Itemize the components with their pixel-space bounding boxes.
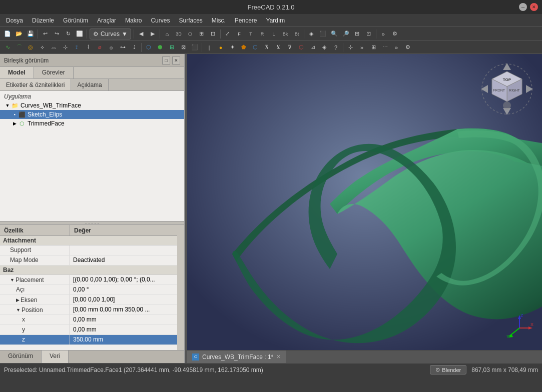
snap-toggle[interactable]: ⋯ xyxy=(379,42,390,53)
menu-pencere[interactable]: Pencere xyxy=(231,16,261,25)
curve-tool-30[interactable]: ⊹ xyxy=(345,42,356,53)
viewport-tab-trimface[interactable]: C Curves_WB_TrimFace : 1* ✕ xyxy=(187,350,286,363)
redo-button[interactable]: ↪ xyxy=(51,28,62,40)
curve-tool-more[interactable]: » xyxy=(356,42,367,53)
props-labels-btn[interactable]: Etiketler & öznitelikleri xyxy=(0,79,71,90)
open-button[interactable]: 📂 xyxy=(14,28,25,40)
curve-tool-19[interactable]: ● xyxy=(215,42,226,53)
curve-tool-7[interactable]: ⟟ xyxy=(71,42,82,53)
view-back[interactable]: Bk xyxy=(280,28,291,40)
prop-placement[interactable]: ▼ Placement [(0,00 0,00 1,00); 0,00 °; (… xyxy=(0,275,184,285)
zoom-in[interactable]: 🔍 xyxy=(329,28,340,40)
curve-tool-25[interactable]: ⊽ xyxy=(284,42,295,53)
resize-handle[interactable]: - - - - - xyxy=(0,221,184,225)
curve-tool-29[interactable]: ? xyxy=(330,42,341,53)
tree-sketch-elips[interactable]: ▪ ⬛ Sketch_Elips xyxy=(0,110,184,119)
curve-tool-11[interactable]: ⊶ xyxy=(117,42,128,53)
nav-back[interactable]: ◀ xyxy=(136,28,147,40)
nav-forward[interactable]: ▶ xyxy=(147,28,158,40)
curve-tool-14[interactable]: ⬢ xyxy=(155,42,166,53)
view-fit[interactable]: ⤢ xyxy=(222,28,233,40)
curve-tool-15[interactable]: ⊞ xyxy=(166,42,177,53)
zoom-out[interactable]: 🔎 xyxy=(340,28,351,40)
prop-y[interactable]: y 0,00 mm xyxy=(0,325,184,335)
prop-mapmode[interactable]: Map Mode Deactivated xyxy=(0,256,184,266)
panel-close-button[interactable]: ✕ xyxy=(172,56,180,64)
tree-area[interactable]: Uygulama ▼ 📁 Curves_WB_TrimFace ▪ ⬛ Sket… xyxy=(0,91,184,221)
curve-tool-9[interactable]: ⌀ xyxy=(94,42,105,53)
save-button[interactable]: 💾 xyxy=(25,28,36,40)
curve-tool-23[interactable]: ⊼ xyxy=(261,42,272,53)
menu-dosya[interactable]: Dosya xyxy=(2,16,27,25)
prop-position[interactable]: ▼ Position [0,00 mm 0,00 mm 350,00 ... xyxy=(0,305,184,315)
prop-x[interactable]: x 0,00 mm xyxy=(0,315,184,325)
minimize-button[interactable]: ─ xyxy=(519,3,527,11)
curve-tool-13[interactable]: ⬡ xyxy=(143,42,154,53)
more-tools[interactable]: » xyxy=(378,28,389,40)
curve-tool-3[interactable]: ◎ xyxy=(25,42,36,53)
menu-yardim[interactable]: Yardım xyxy=(262,16,289,25)
grid-toggle[interactable]: ⊞ xyxy=(368,42,379,53)
curve-tool-4[interactable]: ⟡ xyxy=(37,42,48,53)
curve-tool-17[interactable]: ⬛ xyxy=(189,42,200,53)
curve-tool-5[interactable]: ⌓ xyxy=(48,42,59,53)
refresh-button[interactable]: ↻ xyxy=(63,28,74,40)
view-left[interactable]: L xyxy=(268,28,279,40)
settings[interactable]: ⚙ xyxy=(389,28,400,40)
curve-tool-28[interactable]: ◈ xyxy=(319,42,330,53)
viewport-3d[interactable]: TOP RIGHT FRONT Z X Y xyxy=(187,54,542,363)
zoom-sel2[interactable]: ⊡ xyxy=(363,28,374,40)
nav-iso[interactable]: ⬡ xyxy=(185,28,196,40)
curve-tool-1[interactable]: ∿ xyxy=(2,42,13,53)
undo-button[interactable]: ↩ xyxy=(40,28,51,40)
curve-tool-27[interactable]: ⊿ xyxy=(307,42,318,53)
curve-tool-2[interactable]: ⌒ xyxy=(14,42,25,53)
view-right[interactable]: R xyxy=(257,28,268,40)
menu-misc[interactable]: Misc. xyxy=(208,16,230,25)
curve-tool-18[interactable]: | xyxy=(204,42,215,53)
menu-makro[interactable]: Makro xyxy=(121,16,146,25)
curve-tool-6[interactable]: ⊹ xyxy=(60,42,71,53)
zoom-all[interactable]: ⊞ xyxy=(352,28,363,40)
tab-gorunum[interactable]: Görünüm xyxy=(0,350,42,363)
panel-expand-button[interactable]: □ xyxy=(162,56,170,64)
menu-curves[interactable]: Curves xyxy=(147,16,174,25)
workbench-selector[interactable]: ⚙ Curves ▼ xyxy=(90,28,131,40)
view-sel[interactable]: ⊡ xyxy=(208,28,219,40)
view-bottom[interactable]: Bt xyxy=(291,28,302,40)
settings2[interactable]: ⚙ xyxy=(402,42,413,53)
curve-tool-24[interactable]: ⊻ xyxy=(273,42,284,53)
tab-close-button[interactable]: ✕ xyxy=(276,354,281,360)
props-scrollbar[interactable] xyxy=(177,225,184,350)
props-desc-btn[interactable]: Açıklama xyxy=(71,79,108,90)
nav-3d[interactable]: 3D xyxy=(173,28,184,40)
curve-tool-8[interactable]: ⌇ xyxy=(83,42,94,53)
prop-support[interactable]: Support xyxy=(0,246,184,256)
prop-eksen[interactable]: ▶ Eksen [0,00 0,00 1,00] xyxy=(0,295,184,305)
nav-cube[interactable]: TOP RIGHT FRONT xyxy=(477,59,537,119)
tree-trimmedface[interactable]: ▶ ⬡ TrimmedFace xyxy=(0,119,184,128)
curve-tool-26[interactable]: ⬡ xyxy=(296,42,307,53)
new-button[interactable]: 📄 xyxy=(2,28,13,40)
menu-araclar[interactable]: Araçlar xyxy=(93,16,120,25)
curve-tool-10[interactable]: ⌾ xyxy=(106,42,117,53)
stop-button[interactable]: ⬜ xyxy=(74,28,85,40)
nav-home[interactable]: ⌂ xyxy=(162,28,173,40)
menu-surfaces[interactable]: Surfaces xyxy=(175,16,206,25)
curve-tool-12[interactable]: ⤸ xyxy=(129,42,140,53)
curve-tool-16[interactable]: ⊠ xyxy=(178,42,189,53)
view-top[interactable]: T xyxy=(245,28,256,40)
tree-curves-wb-trimface[interactable]: ▼ 📁 Curves_WB_TrimFace xyxy=(0,101,184,110)
tab-tasks[interactable]: Görevler xyxy=(34,67,74,78)
close-button[interactable]: ✕ xyxy=(530,3,538,11)
view-all[interactable]: ⊞ xyxy=(196,28,207,40)
prop-z[interactable]: z 350,00 mm xyxy=(0,335,184,345)
menu-duzenle[interactable]: Düzenle xyxy=(28,16,58,25)
blender-button[interactable]: ⊙ Blender xyxy=(430,365,466,374)
tab-veri[interactable]: Veri xyxy=(42,350,69,363)
more-tools2[interactable]: » xyxy=(391,42,402,53)
curve-tool-20[interactable]: ✦ xyxy=(227,42,238,53)
curve-tool-21[interactable]: ⬟ xyxy=(238,42,249,53)
menu-gorunum[interactable]: Görünüm xyxy=(59,16,92,25)
view-front[interactable]: F xyxy=(234,28,245,40)
